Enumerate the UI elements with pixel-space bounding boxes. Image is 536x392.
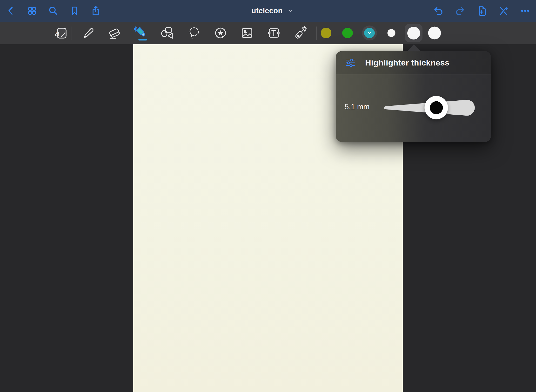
pen-icon xyxy=(80,26,95,40)
more-icon xyxy=(520,5,531,16)
chevron-down-icon xyxy=(288,8,293,14)
share-icon xyxy=(90,5,101,16)
thickness-dot-medium xyxy=(407,27,420,39)
top-navigation-bar: utelecon xyxy=(0,0,536,22)
highlighter-thickness-popup: Highlighter thickness 5.1 mm xyxy=(336,51,491,142)
redo-icon xyxy=(454,5,466,17)
edit-mode-icon: a xyxy=(53,26,68,40)
search-button[interactable] xyxy=(47,4,60,17)
add-page-icon xyxy=(476,5,488,17)
shapes-icon xyxy=(160,26,175,40)
pen-tool[interactable] xyxy=(80,25,96,41)
color-swatch-teal-selected[interactable] xyxy=(362,26,377,40)
toolbar-divider xyxy=(316,26,317,40)
lasso-tool[interactable] xyxy=(186,25,202,41)
toolbar-divider xyxy=(72,26,72,40)
bluetooth-icon xyxy=(134,27,137,31)
document-title: utelecon xyxy=(251,7,282,15)
stylus-crossed-icon xyxy=(498,5,509,16)
text-tool[interactable] xyxy=(266,25,282,41)
popup-header: Highlighter thickness xyxy=(336,51,491,74)
image-icon xyxy=(240,26,255,40)
document-title-button[interactable]: utelecon xyxy=(251,0,293,22)
image-tool[interactable] xyxy=(239,25,255,41)
chevron-down-icon xyxy=(367,30,372,36)
eraser-tool[interactable] xyxy=(106,25,123,41)
page-grid-icon xyxy=(27,5,38,16)
thickness-preset-large[interactable] xyxy=(428,27,441,39)
undo-icon xyxy=(433,5,444,17)
redo-button[interactable] xyxy=(454,4,467,17)
color-swatch-green[interactable] xyxy=(342,28,353,38)
svg-text:a: a xyxy=(54,28,59,38)
thickness-value-label: 5.1 mm xyxy=(345,103,381,111)
search-icon xyxy=(48,5,59,16)
color-swatch-olive[interactable] xyxy=(321,28,331,38)
undo-button[interactable] xyxy=(432,4,445,17)
share-button[interactable] xyxy=(89,4,102,17)
sticker-icon xyxy=(213,26,228,40)
add-page-button[interactable] xyxy=(475,4,488,17)
back-button[interactable] xyxy=(4,4,17,17)
nav-left-group xyxy=(4,0,102,22)
laser-pointer-icon xyxy=(293,26,308,40)
tool-bar: a xyxy=(0,22,536,44)
edit-mode-tool[interactable]: a xyxy=(53,25,69,41)
thickness-slider-knob[interactable] xyxy=(425,96,448,119)
app-screen: utelecon a xyxy=(0,0,536,392)
popup-title: Highlighter thickness xyxy=(365,51,449,74)
laser-pointer-tool[interactable] xyxy=(292,25,308,41)
bookmark-button[interactable] xyxy=(68,4,81,17)
bookmark-icon xyxy=(69,6,80,16)
highlighter-tool[interactable] xyxy=(133,25,149,41)
popup-caret xyxy=(407,44,421,51)
shapes-tool[interactable] xyxy=(159,25,176,41)
text-icon xyxy=(266,26,281,40)
sticker-tool[interactable] xyxy=(212,25,229,41)
thickness-preset-medium-selected[interactable] xyxy=(405,24,422,42)
sliders-icon xyxy=(345,57,356,68)
highlighter-icon xyxy=(133,25,149,41)
back-icon xyxy=(6,6,16,16)
eraser-icon xyxy=(107,26,122,40)
more-button[interactable] xyxy=(519,4,532,17)
page-overview-button[interactable] xyxy=(26,4,39,17)
thickness-preset-small[interactable] xyxy=(388,29,395,37)
lasso-icon xyxy=(187,26,202,40)
stylus-toggle-button[interactable] xyxy=(497,4,510,17)
nav-right-group xyxy=(432,0,532,22)
teal-swatch xyxy=(364,28,375,38)
